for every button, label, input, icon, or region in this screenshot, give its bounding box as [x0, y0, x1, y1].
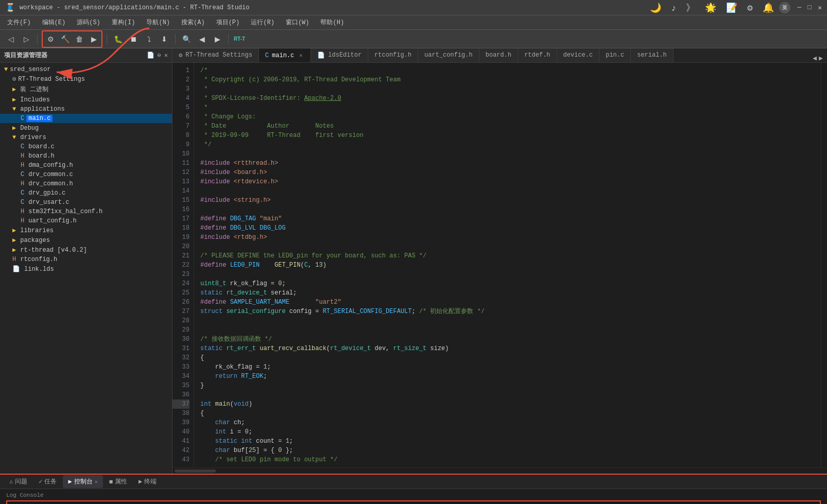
tree-item-packages[interactable]: ▶ packages — [0, 235, 172, 245]
bottom-tab-tasks[interactable]: ✓ 任务 — [33, 475, 62, 488]
tree-item-sred-sensor[interactable]: ▼ sred_sensor — [0, 65, 172, 74]
tree-item-drv-usart-c[interactable]: C drv_usart.c — [0, 198, 172, 207]
tab-rt-settings[interactable]: ⚙ RT-Thread Settings — [173, 48, 259, 62]
tab-icon: ⚙ — [179, 51, 182, 59]
line-num: 20 — [173, 242, 189, 251]
toolbar-step-into[interactable]: ⬇ — [158, 32, 171, 46]
editor-hscroll[interactable] — [173, 467, 827, 474]
tab-label: rtdef.h — [524, 51, 550, 59]
tree-item-drv-common-c[interactable]: C drv_common.c — [0, 170, 172, 179]
menu-file[interactable]: 文件(F) — [2, 16, 36, 29]
maximize-btn[interactable]: □ — [807, 4, 812, 11]
problems-icon: ⚠ — [9, 478, 13, 485]
tree-item-rtthread[interactable]: ▶ rt-thread [v4.0.2] — [0, 245, 172, 255]
editor-scrollbar[interactable] — [821, 63, 827, 467]
tree-item-board-c[interactable]: C board.c — [0, 142, 172, 151]
menu-edit[interactable]: 编辑(E) — [37, 16, 71, 29]
h-file-icon: H — [12, 256, 16, 263]
console-title: Log Console — [6, 492, 821, 498]
tree-item-rt-settings[interactable]: ⚙ RT-Thread Settings — [0, 74, 172, 84]
minimize-btn[interactable]: ─ — [798, 4, 802, 11]
menu-window[interactable]: 窗口(W) — [281, 16, 315, 29]
sidebar-close-btn[interactable]: ✕ — [164, 51, 168, 59]
sidebar-new-file-btn[interactable]: 📄 — [147, 51, 154, 59]
toolbar-rt-thread[interactable]: RT-T — [233, 32, 246, 46]
tab-serial-h[interactable]: serial.h — [631, 48, 674, 62]
sidebar-tree: ▼ sred_sensor ⚙ RT-Thread Settings ▶ 装 二… — [0, 63, 172, 474]
tab-device-c[interactable]: device.c — [557, 48, 600, 62]
code-editor[interactable]: /* * Copyright (c) 2006-2019, RT-Thread … — [194, 63, 821, 467]
toolbar-step-over[interactable]: ⤵ — [142, 32, 156, 46]
sidebar-collapse-btn[interactable]: ⊖ — [158, 51, 161, 59]
bottom-tab-problems[interactable]: ⚠ 问题 — [4, 475, 32, 488]
bottom-tab-terminal[interactable]: ▶ 终端 — [133, 475, 162, 488]
menu-navigate[interactable]: 导航(N) — [141, 16, 175, 29]
toolbar-next[interactable]: ▶ — [211, 32, 224, 46]
toolbar-run[interactable]: ▶ — [87, 32, 100, 46]
hscroll-thumb[interactable] — [175, 470, 216, 473]
tab-pin-c[interactable]: pin.c — [599, 48, 631, 62]
tree-item-dma-config-h[interactable]: H dma_config.h — [0, 161, 172, 170]
menu-search[interactable]: 搜索(A) — [176, 16, 210, 29]
toolbar-search[interactable]: 🔍 — [180, 32, 193, 46]
close-btn[interactable]: ✕ — [818, 4, 822, 12]
tab-lds-editor[interactable]: 📄 ldsEditor — [311, 48, 368, 62]
tree-item-includes[interactable]: ▶ Includes — [0, 95, 172, 105]
tree-label: sred_sensor — [10, 66, 50, 73]
tab-scroll-left[interactable]: ◀ — [813, 54, 817, 62]
tree-item-board-h[interactable]: H board.h — [0, 151, 172, 161]
menu-run[interactable]: 运行(R) — [246, 16, 280, 29]
tree-item-uart-config-h[interactable]: H uart_config.h — [0, 216, 172, 225]
line-num: 36 — [173, 390, 189, 399]
tab-label: 属性 — [115, 477, 127, 486]
menubar: 文件(F) 编辑(E) 源码(S) 重构(I) 导航(N) 搜索(A) 项目(P… — [0, 15, 827, 30]
line-num: 33 — [173, 362, 189, 372]
tab-uart-config-h[interactable]: uart_config.h — [418, 48, 479, 62]
tree-item-drv-common-h[interactable]: H drv_common.h — [0, 179, 172, 188]
tab-rtdef-h[interactable]: rtdef.h — [518, 48, 557, 62]
line-num: 15 — [173, 196, 189, 205]
tab-main-c[interactable]: C main.c ✕ — [259, 48, 311, 62]
toolbar-forward[interactable]: ▷ — [20, 32, 33, 46]
tab-scroll-right[interactable]: ▶ — [819, 54, 823, 62]
line-num: 31 — [173, 344, 189, 353]
toolbar-back[interactable]: ◁ — [4, 32, 18, 46]
toolbar-highlighted-group: ⚙ 🔨 🗑 ▶ — [42, 30, 102, 48]
tree-item-libraries[interactable]: ▶ libraries — [0, 225, 172, 235]
tab-close-main-c[interactable]: ✕ — [297, 52, 304, 59]
tab-board-h[interactable]: board.h — [479, 48, 518, 62]
console-close-btn[interactable]: ✕ — [95, 479, 98, 485]
titlebar-left: 🧵 workspace - sred_sensor/applications/m… — [5, 3, 249, 13]
tree-item-main-c[interactable]: C main.c — [0, 114, 172, 123]
tree-item-binary[interactable]: ▶ 装 二进制 — [0, 84, 172, 95]
line-num: 37 — [173, 399, 189, 409]
bottom-tab-properties[interactable]: ◼ 属性 — [104, 475, 132, 488]
line-num: 24 — [173, 279, 189, 288]
tree-item-drivers[interactable]: ▼ drivers — [0, 133, 172, 142]
toolbar-build[interactable]: 🔨 — [58, 32, 72, 46]
tree-item-stm32-hal-h[interactable]: H stm32f1xx_hal_conf.h — [0, 207, 172, 216]
menu-refactor[interactable]: 重构(I) — [107, 16, 141, 29]
editor-area: ⚙ RT-Thread Settings C main.c ✕ 📄 ldsEdi… — [173, 48, 827, 474]
menu-help[interactable]: 帮助(H) — [315, 16, 349, 29]
menu-project[interactable]: 项目(P) — [211, 16, 245, 29]
tab-rtconfig-h[interactable]: rtconfig.h — [368, 48, 418, 62]
tree-label: Includes — [20, 96, 50, 103]
file-icon: 📄 — [12, 265, 20, 273]
line-num: 4 — [173, 94, 189, 103]
bottom-tab-console[interactable]: ▶ 控制台 ✕ — [63, 475, 102, 488]
tree-item-drv-gpio-c[interactable]: C drv_gpio.c — [0, 188, 172, 198]
toolbar-clean[interactable]: 🗑 — [73, 32, 86, 46]
toolbar-build-config[interactable]: ⚙ — [44, 32, 57, 46]
menu-source[interactable]: 源码(S) — [72, 16, 106, 29]
toolbar-stop[interactable]: ⏹ — [127, 32, 140, 46]
sidebar-header: 项目资源管理器 📄 ⊖ ✕ — [0, 48, 172, 63]
tree-item-rtconfig-h[interactable]: H rtconfig.h — [0, 255, 172, 264]
h-file-icon: H — [21, 180, 24, 187]
tree-item-link-lds[interactable]: 📄 link.lds — [0, 264, 172, 274]
tree-item-debug[interactable]: ▶ Debug — [0, 123, 172, 133]
toolbar-prev[interactable]: ◀ — [195, 32, 209, 46]
tree-label: packages — [20, 237, 50, 244]
toolbar-debug[interactable]: 🐛 — [111, 32, 125, 46]
tree-item-applications[interactable]: ▼ applications — [0, 105, 172, 114]
